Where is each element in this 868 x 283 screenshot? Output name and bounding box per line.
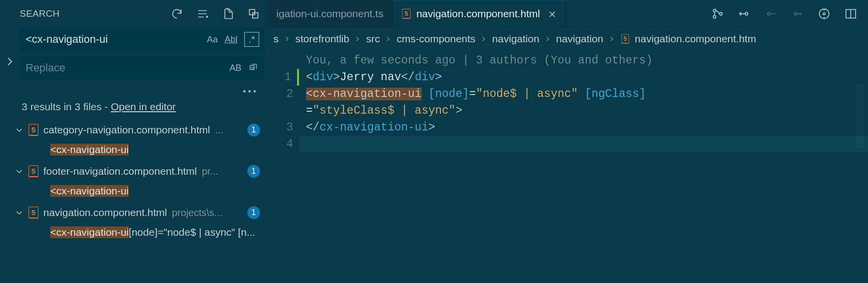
match-case-toggle[interactable]: Aa [207, 34, 218, 45]
html-file-icon: 5 [29, 124, 38, 136]
chevron-down-icon [15, 126, 24, 134]
svg-rect-0 [249, 9, 255, 15]
html-file-icon: 5 [29, 207, 38, 219]
chevron-right-icon [354, 33, 361, 45]
chevron-down-icon [15, 167, 24, 176]
search-input-box: Aa Abl .* [20, 28, 264, 51]
chevron-down-icon [15, 208, 24, 217]
html-file-icon: 5 [621, 34, 629, 43]
chevron-right-icon [284, 33, 291, 45]
source-control-icon[interactable] [711, 7, 724, 20]
search-result-group: 5 navigation.component.html projects\s..… [0, 202, 267, 242]
search-more-icon[interactable]: ••• [243, 87, 258, 97]
open-in-editor-link[interactable]: Open in editor [111, 101, 176, 112]
result-match[interactable]: <cx-navigation-ui [15, 182, 267, 200]
chevron-right-icon [544, 33, 551, 45]
crumb[interactable]: navigation.component.htm [635, 33, 756, 45]
code-line[interactable]: <cx-navigation-ui [node]="node$ | async"… [299, 86, 868, 102]
crumb[interactable]: storefrontlib [296, 33, 350, 45]
editor-actions [701, 0, 868, 27]
gitlens-annotation: You, a few seconds ago | 3 authors (You … [299, 52, 868, 69]
crumb[interactable]: navigation [556, 33, 603, 45]
refresh-icon[interactable] [170, 7, 183, 20]
result-match[interactable]: <cx-navigation-ui [node]="node$ | async"… [15, 223, 267, 242]
result-match[interactable]: <cx-navigation-ui [15, 140, 267, 159]
minimap[interactable] [856, 84, 864, 148]
next-change-icon[interactable] [791, 7, 804, 20]
collapse-results-icon[interactable] [247, 7, 260, 20]
breadcrumbs[interactable]: s storefrontlib src cms-components navig… [267, 28, 868, 50]
code-line-wrap[interactable]: ="styleClass$ | async"> [299, 102, 868, 119]
svg-point-11 [823, 12, 825, 14]
clear-results-icon[interactable] [196, 7, 209, 20]
result-path: pr... [202, 166, 218, 177]
search-panel: SEARCH Aa Abl .* AB [0, 0, 267, 283]
result-file-row[interactable]: 5 category-navigation.component.html ...… [15, 120, 267, 140]
whole-word-toggle[interactable]: Abl [225, 34, 237, 45]
result-filename: footer-navigation.component.html [43, 165, 197, 177]
html-file-icon: 5 [402, 9, 411, 19]
svg-point-5 [713, 15, 716, 18]
result-path: ... [215, 125, 224, 136]
result-file-row[interactable]: 5 footer-navigation.component.html pr...… [15, 161, 267, 182]
code-body[interactable]: You, a few seconds ago | 3 authors (You … [299, 50, 868, 283]
html-file-icon: 5 [29, 165, 38, 177]
crumb[interactable]: cms-components [397, 33, 475, 45]
code-editor[interactable]: 1 2 3 4 You, a few seconds ago | 3 autho… [267, 50, 868, 283]
search-result-group: 5 category-navigation.component.html ...… [0, 120, 267, 159]
split-editor-icon[interactable] [844, 7, 857, 20]
search-result-group: 5 footer-navigation.component.html pr...… [0, 161, 267, 200]
chevron-right-icon [480, 33, 487, 45]
code-line[interactable]: </cx-navigation-ui> [299, 119, 868, 136]
result-file-row[interactable]: 5 navigation.component.html projects\s..… [15, 202, 267, 223]
search-title: SEARCH [20, 8, 60, 19]
preserve-case-toggle[interactable]: AB [230, 63, 241, 73]
svg-text:ab: ab [251, 65, 255, 69]
tab-inactive[interactable]: igation-ui.component.ts [267, 0, 393, 27]
chevron-right-icon [608, 33, 615, 45]
result-badge: 1 [247, 206, 260, 219]
replace-input[interactable] [26, 62, 230, 74]
svg-point-6 [720, 12, 722, 15]
result-path: projects\s... [172, 207, 222, 219]
crumb[interactable]: navigation [492, 33, 539, 45]
replace-all-icon[interactable]: ab [248, 62, 259, 75]
editor-pane: igation-ui.component.ts 5 navigation.com… [267, 0, 868, 283]
close-tab-icon[interactable] [548, 9, 557, 18]
tab-label: navigation.component.html [416, 8, 540, 20]
replace-input-box: AB ab [20, 56, 264, 80]
svg-point-7 [745, 12, 748, 15]
code-line[interactable]: <div>Jerry nav</div> [299, 69, 868, 86]
svg-point-8 [768, 12, 770, 15]
toggle-replace-icon[interactable] [4, 56, 15, 67]
line-numbers: 1 2 3 4 [267, 50, 299, 283]
result-badge: 1 [247, 124, 260, 136]
search-summary: 3 results in 3 files - Open in editor [0, 100, 267, 120]
search-input[interactable] [26, 33, 207, 46]
tab-bar: igation-ui.component.ts 5 navigation.com… [267, 0, 868, 28]
tab-label: igation-ui.component.ts [276, 8, 383, 20]
new-file-icon[interactable] [222, 7, 234, 20]
result-filename: category-navigation.component.html [43, 124, 210, 136]
current-line-highlight [299, 136, 868, 153]
undo-commit-icon[interactable] [738, 7, 751, 20]
svg-rect-1 [253, 13, 258, 18]
crumb[interactable]: src [366, 33, 380, 45]
result-badge: 1 [247, 165, 260, 178]
result-filename: navigation.component.html [43, 207, 167, 219]
crumb[interactable]: s [273, 33, 279, 45]
svg-point-4 [713, 9, 716, 11]
revision-icon[interactable] [818, 7, 831, 20]
search-header: SEARCH [0, 0, 267, 28]
tab-active[interactable]: 5 navigation.component.html [393, 0, 566, 27]
svg-point-9 [794, 12, 797, 15]
prev-change-icon[interactable] [765, 7, 777, 20]
chevron-right-icon [385, 33, 392, 45]
regex-toggle[interactable]: .* [244, 32, 259, 47]
